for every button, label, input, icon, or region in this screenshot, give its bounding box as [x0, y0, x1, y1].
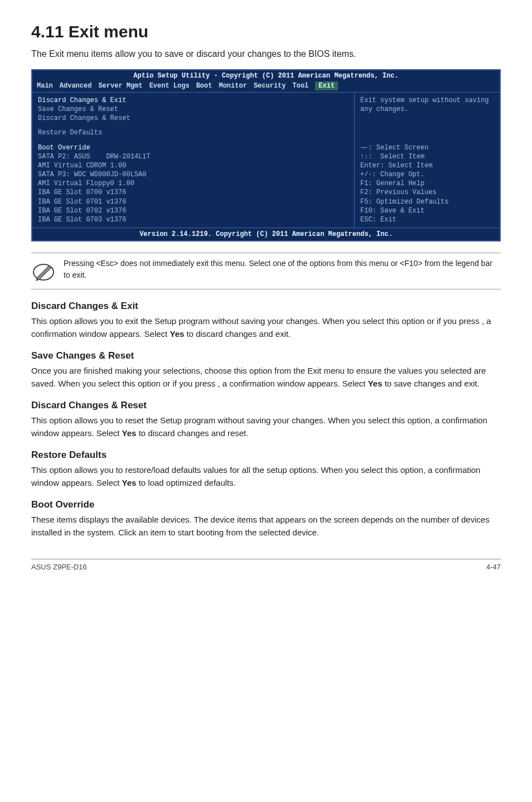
page-footer: ASUS Z9PE-D16 4-47	[31, 559, 501, 571]
bios-tab: Boot	[196, 81, 212, 90]
bios-line: IBA GE Slot 0700 v1376	[38, 188, 349, 197]
bios-menubar: MainAdvancedServer MgmtEvent LogsBootMon…	[32, 81, 500, 93]
bios-line: AMI Virtual Floppy0 1.00	[38, 179, 349, 188]
bios-left-pane: Discard Changes & ExitSave Changes & Res…	[32, 93, 355, 228]
bios-line: IBA GE Slot 0703 v1376	[38, 215, 349, 224]
bios-line: Discard Changes & Exit	[38, 96, 349, 105]
footer-right: 4-47	[486, 563, 501, 571]
bios-tab: Monitor	[219, 81, 246, 90]
bios-line: Boot Override	[38, 143, 349, 152]
section-heading: Discard Changes & Reset	[31, 400, 501, 411]
bios-nav-hints: →←: Select Screen ↑↓: Select Item Enter:…	[360, 143, 494, 225]
bios-tab: Main	[37, 81, 53, 90]
section-heading: Save Changes & Reset	[31, 350, 501, 361]
bios-line: Save Changes & Reset	[38, 105, 349, 114]
bios-help-text: Exit system setup without saving any cha…	[360, 96, 494, 114]
page-title: 4.11 Exit menu	[31, 22, 501, 41]
section-body: This option allows you to reset the Setu…	[31, 414, 501, 439]
bios-header: Aptio Setup Utility - Copyright (C) 2011…	[32, 70, 500, 80]
section-body: This option allows you to exit the Setup…	[31, 315, 501, 340]
section-heading: Restore Defaults	[31, 450, 501, 461]
bios-right-pane: Exit system setup without saving any cha…	[355, 93, 500, 228]
bios-line: IBA GE Slot 0702 v1376	[38, 206, 349, 215]
section-body: This option allows you to restore/load d…	[31, 464, 501, 489]
bios-tab: Event Logs	[149, 81, 190, 90]
section-body: Once you are finished making your select…	[31, 365, 501, 390]
note-callout: Pressing <Esc> does not immediately exit…	[31, 253, 501, 289]
bios-line: IBA GE Slot 0701 v1376	[38, 197, 349, 206]
svg-marker-1	[37, 265, 51, 280]
bios-tab: Server Mgmt	[98, 81, 142, 90]
bios-line: Restore Defaults	[38, 128, 349, 137]
bios-line: Discard Changes & Reset	[38, 114, 349, 123]
bios-line: SATA P2: ASUS DRW-2014L1T	[38, 152, 349, 161]
section-heading: Discard Changes & Exit	[31, 301, 501, 312]
intro-text: The Exit menu items allow you to save or…	[31, 48, 501, 60]
section-heading: Boot Override	[31, 499, 501, 510]
section-body: These items displays the available devic…	[31, 514, 501, 539]
note-text: Pressing <Esc> does not immediately exit…	[64, 258, 501, 281]
footer-left: ASUS Z9PE-D16	[31, 563, 87, 571]
bios-tab: Exit	[315, 81, 338, 90]
bios-screenshot: Aptio Setup Utility - Copyright (C) 2011…	[31, 69, 501, 241]
pencil-icon	[31, 259, 56, 283]
bios-tab: Advanced	[60, 81, 92, 90]
bios-footer: Version 2.14.1219. Copyright (C) 2011 Am…	[32, 228, 500, 240]
bios-tab: Security	[254, 81, 286, 90]
bios-tab: Tool	[293, 81, 309, 90]
bios-line: SATA P3: WDC WD800JD-00LSA0	[38, 170, 349, 179]
bios-line: AMI Virtual CDROM 1.00	[38, 161, 349, 170]
